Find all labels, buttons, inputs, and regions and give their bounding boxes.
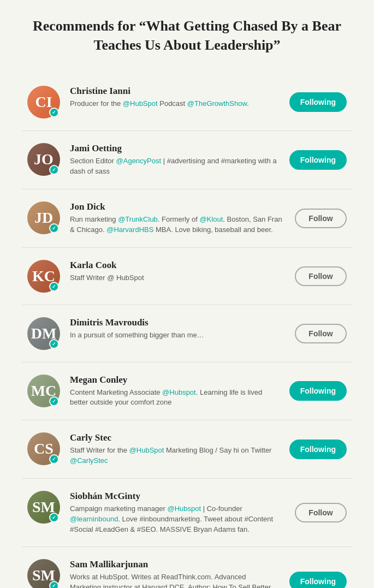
user-name: Dimitris Mavroudis	[70, 317, 284, 328]
user-bio: Staff Writer @ HubSpot	[70, 273, 284, 283]
user-name: Jami Oetting	[70, 143, 278, 154]
avatar-wrapper: MC	[27, 375, 60, 407]
list-item: MCMegan ConleyContent Marketing Associat…	[22, 363, 352, 421]
user-name: Sam Mallikarjunan	[70, 559, 278, 570]
user-name: Jon Dick	[70, 201, 284, 212]
user-info: Carly StecStaff Writer for the @HubSpot …	[70, 432, 278, 466]
user-bio: Staff Writer for the @HubSpot Marketing …	[70, 446, 278, 466]
user-info: Megan ConleyContent Marketing Associate …	[70, 375, 278, 408]
user-bio: Content Marketing Associate @Hubspot. Le…	[70, 388, 278, 408]
verified-badge-icon	[49, 581, 59, 588]
avatar-wrapper: SM	[27, 491, 60, 524]
user-name: Christine Ianni	[70, 86, 278, 97]
follow-button[interactable]: Follow	[295, 324, 347, 343]
list-item: KCKarla CookStaff Writer @ HubSpotFollow	[22, 248, 352, 305]
user-info: Jami OettingSection Editor @AgencyPost |…	[70, 143, 278, 177]
list-item: CSCarly StecStaff Writer for the @HubSpo…	[22, 420, 352, 479]
user-info: Karla CookStaff Writer @ HubSpot	[70, 260, 284, 283]
verified-badge-icon	[49, 108, 59, 117]
user-list: CIChristine IanniProducer for the @HubSp…	[22, 74, 352, 588]
list-item: SMSiobhán McGintyCampaign marketing mana…	[22, 479, 352, 548]
avatar-wrapper: DM	[27, 317, 60, 350]
avatar-wrapper: JO	[27, 143, 60, 176]
user-bio: Campaign marketing manager @Hubspot | Co…	[70, 504, 284, 535]
user-bio: Works at HubSpot. Writes at ReadThink.co…	[70, 572, 278, 588]
user-info: Christine IanniProducer for the @HubSpot…	[70, 86, 278, 109]
list-item: JOJami OettingSection Editor @AgencyPost…	[22, 131, 352, 189]
following-button[interactable]: Following	[289, 572, 347, 588]
follow-button[interactable]: Follow	[295, 209, 347, 228]
verified-badge-icon	[49, 223, 59, 233]
user-info: Dimitris MavroudisIn a pursuit of someth…	[70, 317, 284, 341]
avatar-wrapper: CS	[27, 432, 60, 465]
avatar-wrapper: JD	[27, 201, 60, 234]
list-item: JDJon DickRun marketing @TrunkClub. Form…	[22, 189, 352, 248]
user-info: Siobhán McGintyCampaign marketing manage…	[70, 491, 284, 535]
list-item: CIChristine IanniProducer for the @HubSp…	[22, 74, 352, 131]
avatar-wrapper: CI	[27, 86, 60, 118]
page-title: Recommends for “What Getting Chased By a…	[22, 16, 352, 55]
avatar-wrapper: KC	[27, 260, 60, 293]
user-bio: Section Editor @AgencyPost | #advertisin…	[70, 156, 278, 177]
user-bio: Producer for the @HubSpot Podcast @TheGr…	[70, 99, 278, 109]
following-button[interactable]: Following	[289, 439, 347, 459]
user-name: Siobhán McGinty	[70, 491, 284, 502]
verified-badge-icon	[49, 513, 59, 522]
user-bio: In a pursuit of something bigger than me…	[70, 330, 284, 341]
user-info: Jon DickRun marketing @TrunkClub. Former…	[70, 201, 284, 235]
verified-badge-icon	[49, 282, 59, 292]
user-name: Karla Cook	[70, 260, 284, 271]
follow-button[interactable]: Follow	[295, 503, 347, 522]
user-name: Megan Conley	[70, 375, 278, 385]
following-button[interactable]: Following	[289, 150, 347, 170]
list-item: SMSam MallikarjunanWorks at HubSpot. Wri…	[22, 547, 352, 588]
follow-button[interactable]: Follow	[295, 266, 347, 286]
user-info: Sam MallikarjunanWorks at HubSpot. Write…	[70, 559, 278, 588]
verified-badge-icon	[49, 454, 59, 464]
verified-badge-icon	[49, 339, 59, 349]
following-button[interactable]: Following	[289, 92, 347, 112]
user-name: Carly Stec	[70, 432, 278, 443]
following-button[interactable]: Following	[289, 381, 347, 401]
verified-badge-icon	[49, 396, 59, 406]
list-item: DMDimitris MavroudisIn a pursuit of some…	[22, 305, 352, 363]
user-bio: Run marketing @TrunkClub. Formerly of @K…	[70, 215, 284, 235]
verified-badge-icon	[49, 165, 59, 175]
avatar-wrapper: SM	[27, 559, 60, 588]
